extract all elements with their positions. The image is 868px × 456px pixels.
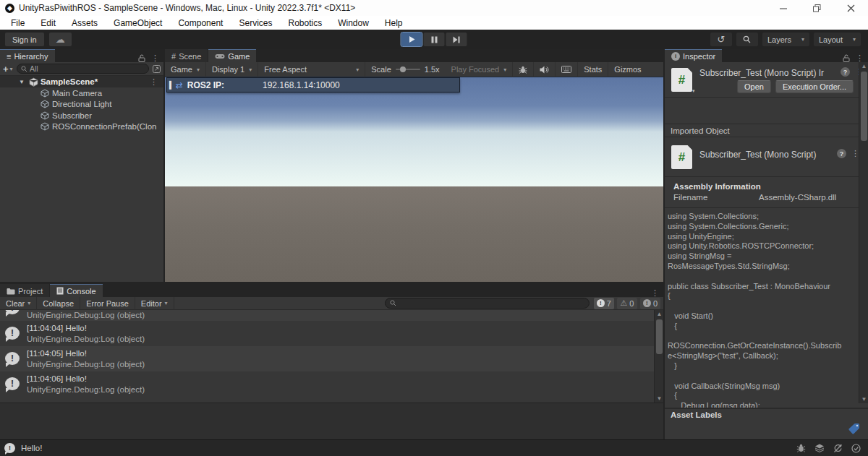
hierarchy-item[interactable]: ROSConnectionPrefab(Clon [0, 121, 163, 133]
hierarchy-search[interactable] [17, 64, 149, 74]
hierarchy-item[interactable]: Directional Light [0, 99, 163, 111]
menu-item[interactable]: Component [170, 18, 231, 28]
mute-audio-speaker-icon[interactable] [534, 62, 556, 77]
chevron-down-icon[interactable]: ▾ [10, 66, 13, 72]
help-icon[interactable]: ? [837, 149, 846, 158]
scroll-up-icon[interactable]: ▲ [655, 310, 663, 318]
display-dropdown[interactable]: Display 1▾ [206, 62, 258, 77]
scale-slider-thumb[interactable] [400, 66, 406, 72]
scrollbar-thumb[interactable] [861, 72, 867, 141]
kebab-menu-icon[interactable]: ⋮ [651, 289, 659, 297]
search-window-icon[interactable] [153, 65, 161, 73]
keyboard-icon[interactable] [556, 62, 578, 77]
code-line: } [668, 361, 856, 371]
menu-item[interactable]: Services [231, 18, 280, 28]
clear-button[interactable]: Clear▾ [0, 297, 37, 310]
scroll-down-icon[interactable]: ▼ [859, 395, 868, 403]
editor-dropdown[interactable]: Editor▾ [135, 297, 174, 310]
cloud-icon[interactable]: ☁ [49, 33, 72, 46]
inspector-scrollbar[interactable]: ▲ ▼ [859, 62, 868, 403]
status-message[interactable]: Hello! [21, 444, 42, 452]
hierarchy-item[interactable]: Main Camera [0, 87, 163, 99]
log-entry-partial[interactable]: ! UnityEngine.Debug:Log (object) [0, 310, 663, 321]
scroll-down-icon[interactable]: ▼ [655, 395, 663, 403]
console-search[interactable] [385, 298, 590, 309]
console-search-input[interactable] [399, 299, 584, 308]
menu-item[interactable]: GameObject [106, 18, 170, 28]
scale-slider[interactable]: Scale 1.5x [365, 62, 445, 77]
layers-stack-icon[interactable] [814, 444, 825, 452]
error-pause-button[interactable]: Error Pause [80, 297, 135, 310]
stats-button[interactable]: Stats [578, 62, 608, 77]
console-scrollbar[interactable]: ▲ ▼ [654, 310, 663, 403]
gizmos-dropdown[interactable]: Gizmos [608, 62, 647, 77]
log-info-bubble-icon: ! [5, 377, 20, 390]
step-button[interactable] [446, 33, 467, 46]
game-mode-dropdown[interactable]: Game▾ [165, 62, 206, 77]
collapse-button[interactable]: Collapse [37, 297, 80, 310]
help-icon[interactable]: ? [841, 67, 850, 77]
tab-scene[interactable]: # Scene [165, 49, 208, 62]
game-view[interactable]: ▍ ⇄ ROS2 IP: 192.168.1.14:10000 [165, 77, 663, 282]
warning-count-badge[interactable]: ⚠0 [617, 298, 637, 309]
layers-dropdown[interactable]: Layers▾ [762, 33, 809, 46]
menu-item[interactable]: Window [330, 18, 377, 28]
tab-project[interactable]: Project [0, 284, 49, 297]
menu-item[interactable]: Help [377, 18, 411, 28]
aspect-dropdown[interactable]: Free Aspect▾ [258, 62, 365, 77]
inspector-tabstrip: i Inspector ⋮ [665, 49, 868, 62]
compile-status-check-icon[interactable] [851, 444, 861, 453]
menu-item[interactable]: Edit [33, 18, 64, 28]
menu-item[interactable]: Assets [64, 18, 106, 28]
info-count-badge[interactable]: !7 [594, 298, 614, 309]
add-object-button[interactable]: + [3, 64, 9, 74]
kebab-menu-icon[interactable]: ⋮ [150, 78, 158, 86]
scrollbar-thumb[interactable] [656, 319, 663, 354]
folder-icon [7, 288, 15, 295]
kebab-menu-icon[interactable]: ⋮ [151, 54, 159, 62]
execution-order-button[interactable]: Execution Order... [775, 80, 854, 93]
log-entry[interactable]: ! [11:04:06] Hello! UnityEngine.Debug:Lo… [0, 371, 663, 397]
filename-value: Assembly-CSharp.dll [759, 193, 836, 202]
open-button[interactable]: Open [737, 80, 771, 93]
auto-refresh-disabled-icon[interactable] [833, 444, 843, 453]
menu-item[interactable]: File [3, 18, 33, 28]
play-focused-dropdown[interactable]: Play Focused▾ [446, 62, 514, 77]
scale-value: 1.5x [425, 65, 440, 74]
hierarchy-search-input[interactable] [30, 64, 145, 73]
hierarchy-item[interactable]: Subscriber [0, 110, 163, 121]
scale-slider-track[interactable] [396, 69, 420, 70]
foldout-arrow-icon[interactable]: ▾ [692, 88, 695, 94]
toolbar-right: ↺ Layers▾ Layout▾ [710, 33, 861, 46]
tab-game[interactable]: Game [208, 49, 256, 62]
log-entry[interactable]: ! [11:04:04] Hello! UnityEngine.Debug:Lo… [0, 321, 663, 346]
assembly-information-title: Assembly Information [673, 182, 868, 191]
frame-debugger-bug-icon[interactable] [513, 62, 534, 77]
ros-connection-hud: ▍ ⇄ ROS2 IP: 192.168.1.14:10000 [166, 77, 460, 93]
tab-console[interactable]: Console [50, 284, 102, 297]
undo-history-icon[interactable]: ↺ [710, 33, 732, 46]
tab-inspector[interactable]: i Inspector [665, 49, 722, 62]
restore-icon[interactable] [800, 0, 834, 16]
sign-in-button[interactable]: Sign in [5, 33, 44, 46]
lock-icon[interactable] [843, 54, 850, 62]
foldout-arrow-icon[interactable]: ▼ [19, 79, 25, 85]
kebab-menu-icon[interactable]: ⋮ [856, 54, 864, 62]
pause-button[interactable] [424, 33, 445, 46]
tab-hierarchy[interactable]: ≡ Hierarchy [0, 49, 55, 62]
layout-dropdown[interactable]: Layout▾ [814, 33, 861, 46]
error-count-badge[interactable]: !0 [640, 298, 660, 309]
menu-item[interactable]: Robotics [280, 18, 330, 28]
left-area: ≡ Hierarchy ⋮ + ▾ [0, 49, 663, 439]
scene-row[interactable]: ▼ SampleScene* ⋮ [0, 76, 163, 87]
code-line: e<StringMsg>("test", Callback); [668, 351, 856, 361]
lock-icon[interactable] [138, 54, 145, 62]
search-icon[interactable] [736, 33, 758, 46]
minimize-icon[interactable] [766, 0, 800, 16]
log-entry[interactable]: ! [11:04:05] Hello! UnityEngine.Debug:Lo… [0, 346, 663, 371]
play-button[interactable] [401, 33, 422, 46]
tag-icon[interactable] [848, 423, 861, 434]
debugger-bug-icon[interactable] [796, 444, 806, 452]
scroll-up-icon[interactable]: ▲ [859, 62, 868, 70]
close-icon[interactable] [834, 0, 868, 16]
